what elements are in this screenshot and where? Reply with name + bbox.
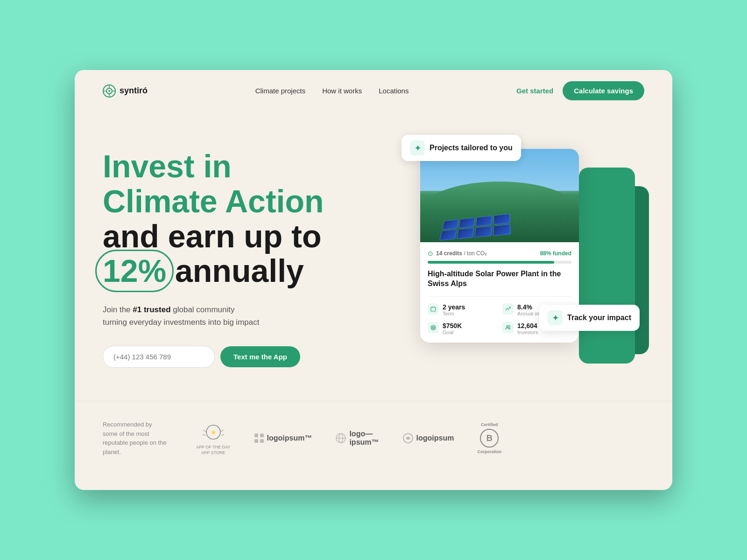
chart-icon [502,303,514,315]
nav-item-climate[interactable]: Climate projects [255,87,306,95]
hero-subtitle: Join the #1 trusted global community tur… [103,303,364,329]
stat-term-value: 2 years [443,303,465,311]
hero-title-line2: Climate Action [103,183,324,219]
stat-investors-label: Investors [517,329,538,335]
logo-logoipsum3: logoipsum [402,433,454,444]
nav-actions: Get started Calculate savings [516,81,644,100]
recommended-text: Recommended by some of the most reputabl… [103,420,168,456]
text-app-button[interactable]: Text me the App [220,346,300,367]
calculate-savings-button[interactable]: Calculate savings [563,81,644,100]
hero-content: Invest in Climate Action and earn up to … [103,130,364,368]
card-divider [428,296,571,297]
hero-title-line3: and earn up to [103,218,321,254]
hero-title: Invest in Climate Action and earn up to … [103,149,364,288]
sparkle-icon: ✦ [410,140,425,155]
hero-percent-highlight: 12% [103,253,166,288]
svg-rect-24 [260,439,264,443]
bubble-bottom-label: Track your impact [567,314,631,322]
stat-goal-label: Goal [443,329,462,335]
stat-term-label: Term [443,311,465,316]
green-card-mid [579,168,635,364]
progress-bar [428,261,571,264]
nav-links: Climate projects How it works Locations [255,87,409,95]
svg-text:⭐: ⭐ [211,430,216,434]
stat-term-content: 2 years Term [443,303,465,316]
hero-section: Invest in Climate Action and earn up to … [75,112,672,401]
browser-frame: syntiró Climate projects How it works Lo… [75,70,672,490]
project-image [420,149,579,242]
sparkle-icon-2: ✦ [548,310,563,325]
credits-info: ⊙ 14 credits / ton CO₂ [428,250,487,257]
investors-icon [502,322,514,333]
hero-app-mockup: ✦ Projects tailored to you [383,130,644,392]
corporation-label: Corporation [477,449,501,454]
hero-title-annually: annually [175,253,304,288]
stat-goal: $750K Goal [428,322,497,335]
nav-item-how[interactable]: How it works [322,87,362,95]
logo-logoipsum1: logoipsum™ [254,433,312,443]
hero-form: Text me the App [103,346,364,368]
logoipsum2-label: logo—ipsum™ [349,430,379,447]
svg-rect-23 [254,439,258,443]
b-corp-circle: B [480,429,499,448]
logoipsum3-label: logoipsum [416,434,454,442]
svg-point-14 [508,325,510,327]
get-started-button[interactable]: Get started [516,87,553,95]
nav-item-locations[interactable]: Locations [379,87,409,95]
logos-section: Recommended by some of the most reputabl… [75,401,672,475]
svg-line-19 [203,434,205,435]
card-title: High-altitude Solar Power Plant in the S… [428,269,571,289]
funded-badge: 88% funded [540,250,571,257]
svg-line-18 [220,430,224,432]
certified-label: Certified [481,422,498,427]
b-corp-letter: B [486,434,493,443]
logo-logoipsum2: logo—ipsum™ [335,430,379,447]
logoipsum1-icon [254,433,264,443]
stat-term: 2 years Term [428,303,497,316]
svg-line-20 [221,434,224,435]
credits-label: 14 credits / ton CO₂ [436,250,487,257]
credits-icon: ⊙ [428,250,433,257]
logoipsum1-label: logoipsum™ [267,434,312,442]
stat-goal-content: $750K Goal [443,322,462,335]
globe-icon [335,433,346,444]
logo-certified-b: Certified B Corporation [477,422,501,454]
stat-goal-value: $750K [443,322,462,329]
progress-fill [428,261,554,264]
svg-point-12 [433,327,434,328]
calendar-icon [428,303,439,315]
bubble-top-label: Projects tailored to you [430,144,513,152]
hero-title-line1: Invest in [103,148,232,184]
solar-visual [420,149,579,242]
bubble-projects-tailored: ✦ Projects tailored to you [402,135,521,161]
app-store-text: APP OF THE DAYAPP STORE [196,445,231,455]
logo[interactable]: syntiró [103,84,148,98]
navbar: syntiró Climate projects How it works Lo… [75,70,672,112]
logo-text: syntiró [120,86,148,96]
stat-investors-value: 12,604 [517,322,538,329]
stat-investors-content: 12,604 Investors [517,322,538,335]
target-icon [428,322,439,333]
logos-row: ⭐ APP OF THE DAYAPP STORE logoipsum™ [196,420,644,455]
app-store-wreath: ⭐ [202,420,225,444]
svg-rect-22 [260,434,264,437]
svg-line-17 [203,430,206,432]
card-meta: ⊙ 14 credits / ton CO₂ 88% funded [428,250,571,257]
logo-icon [103,84,116,98]
svg-rect-7 [431,307,436,311]
svg-point-2 [108,90,110,92]
circle-brand-icon [402,433,414,444]
hero-percent: 12% [103,253,166,288]
svg-rect-21 [254,434,258,437]
bubble-track-impact: ✦ Track your impact [539,305,640,331]
phone-input[interactable] [103,346,215,368]
app-store-badge: ⭐ APP OF THE DAYAPP STORE [196,420,231,455]
